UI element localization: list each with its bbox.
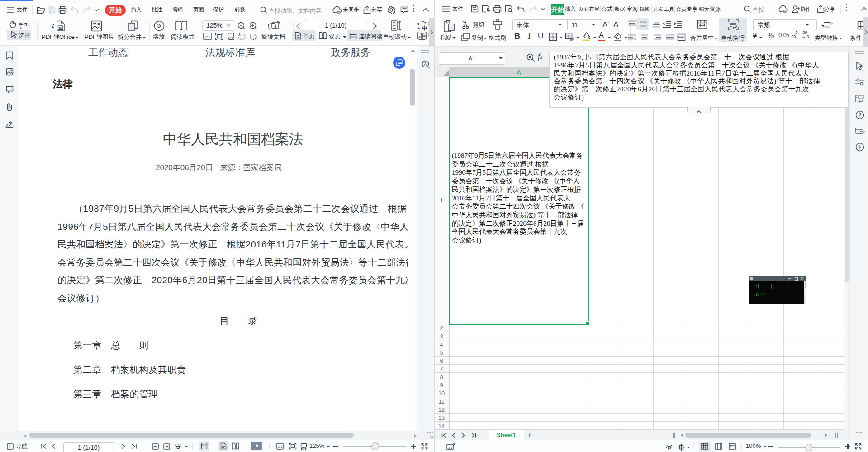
svg-text:A: A bbox=[424, 62, 427, 67]
svg-text:中: 中 bbox=[422, 34, 426, 38]
svg-text:1:1: 1:1 bbox=[278, 445, 283, 449]
svg-text:a: a bbox=[417, 21, 420, 26]
svg-text:w: w bbox=[398, 61, 402, 64]
svg-text:a: a bbox=[418, 34, 421, 38]
svg-text:1:1: 1:1 bbox=[205, 35, 211, 39]
svg-text:W: W bbox=[59, 26, 63, 30]
svg-text:JS: JS bbox=[448, 446, 452, 450]
svg-text:中: 中 bbox=[422, 25, 427, 31]
